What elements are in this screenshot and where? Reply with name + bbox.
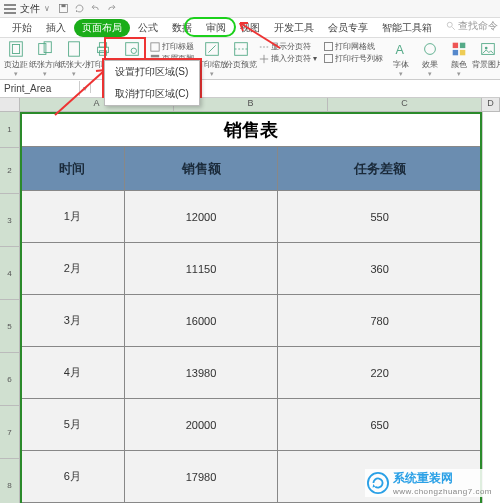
search-icon: [446, 21, 456, 31]
command-search[interactable]: 查找命令: [446, 19, 498, 33]
show-breaks-button[interactable]: 显示分页符: [259, 41, 317, 52]
logo-icon: [367, 472, 389, 494]
row-header[interactable]: 4: [0, 247, 20, 300]
row-header[interactable]: 1: [0, 112, 20, 148]
cell[interactable]: 650: [278, 399, 482, 451]
grid-icon: [150, 42, 160, 52]
search-placeholder: 查找命令: [458, 19, 498, 33]
svg-rect-15: [151, 54, 159, 57]
svg-point-23: [425, 44, 436, 55]
tab-review[interactable]: 审阅: [200, 19, 232, 37]
row-header[interactable]: 7: [0, 406, 20, 459]
table-header[interactable]: 任务差额: [278, 147, 482, 191]
table-header[interactable]: 销售额: [124, 147, 278, 191]
cell[interactable]: 16000: [124, 295, 278, 347]
paper-size-icon: [65, 40, 83, 58]
image-icon: [479, 40, 497, 58]
name-box[interactable]: Print_Area: [0, 81, 80, 96]
worksheet[interactable]: 1 2 3 4 5 6 7 8 销售表 时间 销售额 任务差额 1月120005…: [0, 112, 500, 503]
svg-rect-17: [235, 43, 248, 56]
formula-bar-row: Print_Area ▾: [0, 80, 500, 98]
save-icon[interactable]: [58, 3, 69, 14]
fonts-button[interactable]: A 字体▾: [387, 40, 415, 78]
file-menu[interactable]: 文件: [20, 2, 40, 16]
cell[interactable]: 4月: [21, 347, 125, 399]
select-all-corner[interactable]: [0, 98, 20, 111]
svg-rect-27: [460, 50, 465, 55]
tab-member[interactable]: 会员专享: [322, 19, 374, 37]
colors-icon: [450, 40, 468, 58]
print-gridlines-toggle[interactable]: 打印网格线: [324, 41, 383, 52]
insert-break-icon: [259, 54, 269, 64]
cell[interactable]: 6月: [21, 451, 125, 503]
cell[interactable]: 13980: [124, 347, 278, 399]
print-scale-button[interactable]: 打印缩放▾: [198, 40, 226, 78]
svg-rect-14: [151, 42, 159, 50]
cell[interactable]: 2月: [21, 243, 125, 295]
hamburger-icon[interactable]: [4, 4, 16, 14]
col-header-c[interactable]: C: [328, 98, 482, 111]
cell[interactable]: 12000: [124, 191, 278, 243]
breaks-icon: [259, 42, 269, 52]
cell[interactable]: 3月: [21, 295, 125, 347]
colors-button[interactable]: 颜色▾: [445, 40, 473, 78]
page-break-preview-button[interactable]: 分页预览: [227, 40, 255, 70]
tab-smart-tools[interactable]: 智能工具箱: [376, 19, 438, 37]
insert-break-button[interactable]: 插入分页符▾: [259, 53, 317, 64]
cancel-print-area-item[interactable]: 取消打印区域(C): [105, 83, 199, 105]
cell[interactable]: 20000: [124, 399, 278, 451]
effects-icon: [421, 40, 439, 58]
cell[interactable]: 220: [278, 347, 482, 399]
sales-table: 销售表 时间 销售额 任务差额 1月12000550 2月11150360 3月…: [20, 112, 482, 503]
title-bar: 文件 ∨: [0, 0, 500, 18]
tab-home[interactable]: 开始: [6, 19, 38, 37]
cell[interactable]: 17980: [124, 451, 278, 503]
chevron-down-icon[interactable]: ∨: [44, 4, 50, 13]
watermark-brand: 系统重装网: [393, 470, 492, 487]
row-header[interactable]: 6: [0, 353, 20, 406]
row-header[interactable]: 3: [0, 194, 20, 247]
watermark: 系统重装网 www.chongzhuang7.com: [365, 469, 494, 497]
page-break-group: 显示分页符 插入分页符▾: [256, 40, 320, 65]
printer-icon: [94, 40, 112, 58]
svg-point-29: [485, 47, 488, 50]
margins-button[interactable]: 页边距▾: [2, 40, 30, 78]
svg-rect-10: [99, 43, 106, 48]
cell[interactable]: 1月: [21, 191, 125, 243]
tab-developer[interactable]: 开发工具: [268, 19, 320, 37]
refresh-icon[interactable]: [74, 3, 85, 14]
undo-icon[interactable]: [90, 3, 101, 14]
effects-button[interactable]: 效果▾: [416, 40, 444, 78]
paper-size-button[interactable]: 纸张大小▾: [60, 40, 88, 78]
print-headings-toggle[interactable]: 打印行号列标: [324, 53, 383, 64]
table-title[interactable]: 销售表: [21, 113, 482, 147]
background-button[interactable]: 背景图片: [474, 40, 500, 70]
col-header-d[interactable]: D: [482, 98, 500, 111]
table-header[interactable]: 时间: [21, 147, 125, 191]
cell[interactable]: 780: [278, 295, 482, 347]
cell[interactable]: 5月: [21, 399, 125, 451]
svg-line-3: [452, 27, 455, 30]
print-preview-icon: [123, 40, 141, 58]
row-header[interactable]: 2: [0, 148, 20, 194]
tab-data[interactable]: 数据: [166, 19, 198, 37]
print-titles-button[interactable]: 打印标题: [150, 41, 194, 52]
orientation-button[interactable]: 纸张方向▾: [31, 40, 59, 78]
tab-page-layout[interactable]: 页面布局: [74, 19, 130, 37]
svg-point-13: [131, 48, 136, 53]
cell[interactable]: 550: [278, 191, 482, 243]
redo-icon[interactable]: [106, 3, 117, 14]
tab-insert[interactable]: 插入: [40, 19, 72, 37]
svg-rect-8: [69, 42, 80, 56]
cell[interactable]: 360: [278, 243, 482, 295]
set-print-area-item[interactable]: 设置打印区域(S): [105, 61, 199, 83]
cell[interactable]: 11150: [124, 243, 278, 295]
svg-rect-25: [460, 43, 465, 48]
extra-column[interactable]: [482, 112, 500, 503]
name-box-chevron-icon[interactable]: ▾: [80, 84, 91, 93]
row-header[interactable]: 8: [0, 459, 20, 503]
row-header[interactable]: 5: [0, 300, 20, 353]
tab-formulas[interactable]: 公式: [132, 19, 164, 37]
svg-text:A: A: [396, 43, 405, 57]
tab-view[interactable]: 视图: [234, 19, 266, 37]
